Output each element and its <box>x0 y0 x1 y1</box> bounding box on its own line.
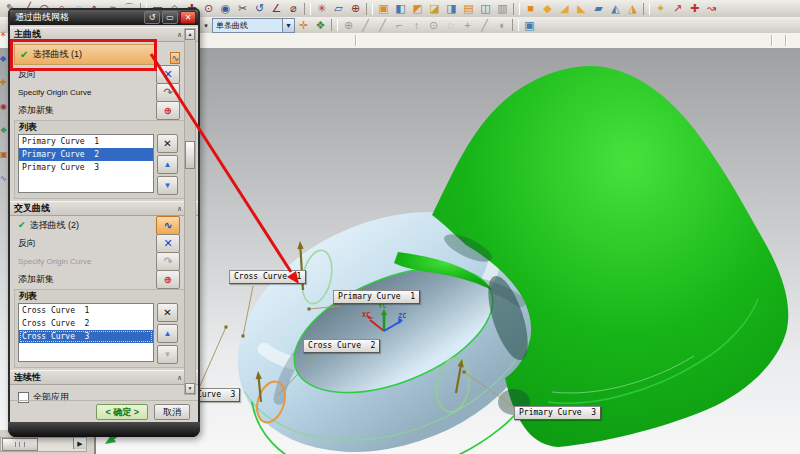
toolbar-icon[interactable]: ◧ <box>392 2 409 16</box>
toolbar-icon[interactable]: ↝ <box>703 2 720 16</box>
toolbar-separator <box>513 3 520 15</box>
toolbar-icon[interactable]: ▤ <box>460 2 477 16</box>
dialog-scrollbar[interactable]: ▲ ▼ <box>184 28 196 395</box>
curve-label[interactable]: Primary Curve 1 <box>333 290 420 304</box>
curve-label[interactable]: Cross Curve 1 <box>229 270 306 284</box>
scroll-up-icon[interactable]: ▲ <box>185 29 195 40</box>
move-down-icon[interactable]: ▼ <box>157 176 178 195</box>
cross-curve-2-circle[interactable] <box>252 378 290 426</box>
toolbar-icon[interactable]: ◮ <box>624 2 641 16</box>
list-item[interactable]: Primary Curve 2 <box>19 148 153 161</box>
toolbar-icon[interactable]: ⊕ <box>340 18 357 32</box>
reverse-direction-icon[interactable]: ✕ <box>156 65 180 84</box>
list-item[interactable]: Cross Curve 2 <box>19 317 153 330</box>
toolbar-icon[interactable]: ▥ <box>494 2 511 16</box>
toolbar-separator <box>331 19 338 31</box>
primary-curve-3-circle[interactable] <box>433 356 472 414</box>
toolbar-icon[interactable]: ∠ <box>268 2 285 16</box>
toolbar-icon[interactable]: ◖ <box>493 18 510 32</box>
dialog-titlebar[interactable]: 通过曲线网格 ↺ ▭ ✕ <box>10 10 198 25</box>
add-new-set-icon[interactable]: ⊕ <box>156 270 180 289</box>
toolbar-icon[interactable]: ▣ <box>0 150 8 160</box>
remove-item-icon[interactable]: ✕ <box>157 303 178 322</box>
add-new-set-icon[interactable]: ⊕ <box>156 101 180 120</box>
toolbar-icon[interactable]: ◫ <box>477 2 494 16</box>
toolbar-icon[interactable]: ⊙ <box>200 2 217 16</box>
toolbar-icon[interactable]: ⊙ <box>425 18 442 32</box>
toolbar-icon[interactable]: ◆ <box>539 2 556 16</box>
toolbar-icon[interactable]: ⌐ <box>391 18 408 32</box>
toolbar-icon[interactable]: ▣ <box>375 2 392 16</box>
toolbar-icon[interactable]: ⊕ <box>347 2 364 16</box>
toolbar-icon[interactable]: ◉ <box>217 2 234 16</box>
toolbar-icon[interactable]: ◨ <box>443 2 460 16</box>
curve-label[interactable]: Primary Curve 3 <box>514 406 601 420</box>
collapse-icon[interactable]: ∧ <box>177 374 182 382</box>
toolbar-icon[interactable]: ✂ <box>234 2 251 16</box>
cross-curve-list[interactable]: Cross Curve 1Cross Curve 2Cross Curve 3 <box>18 303 154 362</box>
toolbar-icon[interactable]: ◭ <box>607 2 624 16</box>
toolbar-icon[interactable]: ╱ <box>374 18 391 32</box>
toolbar-icon[interactable]: ❖ <box>0 126 8 136</box>
scroll-down-icon[interactable]: ▼ <box>185 383 195 394</box>
horizontal-scrollbar[interactable]: ▶ <box>0 437 87 452</box>
toolbar-icon[interactable]: ↑ <box>408 18 425 32</box>
toolbar-icon[interactable]: ╱ <box>476 18 493 32</box>
wcs-triad[interactable]: XC YC ZC <box>362 302 406 331</box>
maximize-icon[interactable]: ▭ <box>162 11 178 24</box>
toolbar-icon[interactable]: ↺ <box>251 2 268 16</box>
primary-select-curve-icon[interactable]: ∿ <box>170 52 180 64</box>
cross-select-curve-icon[interactable]: ∿ <box>156 216 180 235</box>
collapse-icon[interactable]: ∧ <box>177 205 182 213</box>
reset-icon[interactable]: ↺ <box>144 11 160 24</box>
list-item[interactable]: Cross Curve 3 <box>19 330 153 343</box>
toolbar-icon[interactable]: ✳ <box>0 30 8 40</box>
curve-label[interactable]: Cross Curve 2 <box>303 339 380 353</box>
toolbar-icon[interactable]: ❖ <box>312 18 329 32</box>
scrollbar-thumb[interactable] <box>2 438 38 451</box>
combo-dropdown-icon[interactable]: ▼ <box>282 19 294 32</box>
scrollbar-thumb[interactable] <box>185 141 195 169</box>
reverse-direction-icon[interactable]: ✕ <box>156 234 180 253</box>
toolbar-icon[interactable]: ◣ <box>573 2 590 16</box>
toolbar-icon[interactable]: ◌ <box>442 18 459 32</box>
move-up-icon[interactable]: ▲ <box>157 324 178 343</box>
ok-button[interactable]: < 确定 > <box>96 404 148 420</box>
cancel-button[interactable]: 取消 <box>154 404 190 420</box>
marquee-select-caret-icon[interactable]: ▾ <box>200 18 212 32</box>
primary-list-group: 列表 ∧ Primary Curve 1Primary Curve 2Prima… <box>14 120 194 199</box>
specify-origin-curve-icon[interactable]: ↷ <box>156 83 180 102</box>
toolbar-icon[interactable]: ∿ <box>0 174 8 184</box>
toolbar-icon[interactable]: ■ <box>522 2 539 16</box>
primary-curve-list[interactable]: Primary Curve 1Primary Curve 2Primary Cu… <box>18 134 154 193</box>
toolbar-icon[interactable]: + <box>459 18 476 32</box>
list-item[interactable]: Cross Curve 1 <box>19 304 153 317</box>
cross-curve-section-header[interactable]: 交叉曲线 ∧ <box>10 201 198 216</box>
selection-scope-combobox[interactable]: 单条曲线 ▼ <box>212 18 295 33</box>
toolbar-icon[interactable]: ▱ <box>330 2 347 16</box>
toolbar-icon[interactable]: ◆ <box>0 54 8 64</box>
list-item[interactable]: Primary Curve 1 <box>19 135 153 148</box>
toolbar-icon[interactable]: ✳ <box>313 2 330 16</box>
toolbar-icon[interactable]: ✚ <box>0 78 8 88</box>
move-up-icon[interactable]: ▲ <box>157 155 178 174</box>
toolbar-icon[interactable]: ◩ <box>409 2 426 16</box>
toolbar-icon[interactable]: ╱ <box>357 18 374 32</box>
list-item[interactable]: Primary Curve 3 <box>19 161 153 174</box>
remove-item-icon[interactable]: ✕ <box>157 134 178 153</box>
toolbar-icon[interactable]: ✚ <box>686 2 703 16</box>
toolbar-icon[interactable]: ⌀ <box>285 2 302 16</box>
toolbar-icon[interactable]: ◪ <box>426 2 443 16</box>
toolbar-icon[interactable]: ◢ <box>556 2 573 16</box>
toolbar-icon[interactable]: ◉ <box>0 102 8 112</box>
collapse-icon[interactable]: ∧ <box>177 31 182 39</box>
close-icon[interactable]: ✕ <box>180 11 196 24</box>
toolbar-icon[interactable]: ▰ <box>590 2 607 16</box>
continuity-section-header[interactable]: 连续性 ∧ <box>10 370 198 385</box>
toolbar-icon[interactable]: ▣ <box>521 18 538 32</box>
scroll-right-icon[interactable]: ▶ <box>73 438 86 449</box>
toolbar-icon[interactable]: ↗ <box>669 2 686 16</box>
cross-select-curve-row[interactable]: ✔ 选择曲线 (2) ∿ <box>10 216 198 234</box>
toolbar-icon[interactable]: ✛ <box>295 18 312 32</box>
toolbar-icon[interactable]: ✦ <box>652 2 669 16</box>
